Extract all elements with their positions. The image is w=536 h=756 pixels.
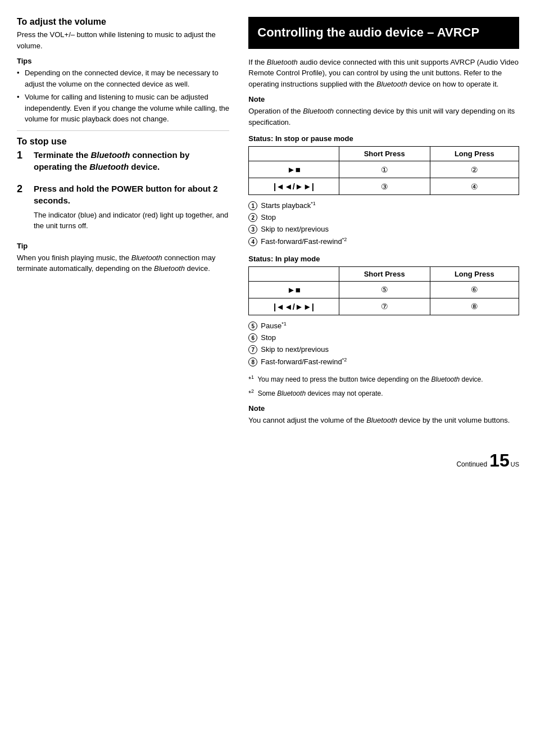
right-header: Controlling the audio device – AVRCP xyxy=(248,17,519,49)
icon-skip-2: |◄◄/►►| xyxy=(249,298,339,315)
circle-2: 2 xyxy=(248,213,257,222)
left-column: To adjust the volume Press the VOL+/– bu… xyxy=(17,17,243,429)
item-3-text: Skip to next/previous xyxy=(261,224,329,236)
list-item: 1Starts playback*1 xyxy=(248,200,519,212)
right-intro: If the Bluetooth audio device connected … xyxy=(248,57,519,90)
item-8-text: Fast-forward/Fast-rewind*2 xyxy=(261,356,347,368)
tip-body: When you finish playing music, the Bluet… xyxy=(17,252,229,274)
page-footer: Continued 15 US xyxy=(17,446,519,469)
footnote-1: *1 You may need to press the button twic… xyxy=(248,374,519,384)
table-row: |◄◄/►►| ⑦ ⑧ xyxy=(249,298,519,315)
table-row: ►■ ⑤ ⑥ xyxy=(249,281,519,298)
circle-1: 1 xyxy=(248,201,257,210)
tip-item-2: Volume for calling and listening to musi… xyxy=(17,92,229,125)
circle-5: 5 xyxy=(248,322,257,331)
step-1-number: 1 xyxy=(17,149,28,176)
col-icon-header-1 xyxy=(249,147,339,161)
col-icon-header-2 xyxy=(249,266,339,281)
cell-1-long: ② xyxy=(430,161,519,178)
cell-1-short: ① xyxy=(339,161,430,178)
icon-play-stop: ►■ xyxy=(249,161,339,178)
tips-label: Tips xyxy=(17,57,229,65)
col-long-press-header-2: Long Press xyxy=(430,266,519,281)
step-2-content: Press and hold the POWER button for abou… xyxy=(34,183,229,235)
icon-skip: |◄◄/►►| xyxy=(249,178,339,195)
list-item: 7Skip to next/previous xyxy=(248,344,519,356)
cell-2-long: ④ xyxy=(430,178,519,195)
table-row: ►■ ① ② xyxy=(249,161,519,178)
tip-item-1: Depending on the connected device, it ma… xyxy=(17,67,229,89)
item-5-text: Pause*1 xyxy=(261,320,286,332)
stop-pause-title: Status: In stop or pause mode xyxy=(248,134,519,143)
tips-list: Depending on the connected device, it ma… xyxy=(17,67,229,125)
adjust-volume-title: To adjust the volume xyxy=(17,17,229,27)
step-2-number: 2 xyxy=(17,183,28,235)
circle-3: 3 xyxy=(248,225,257,234)
circle-7: 7 xyxy=(248,345,257,354)
divider xyxy=(17,130,229,131)
icon-play-stop-2: ►■ xyxy=(249,281,339,298)
tip-label: Tip xyxy=(17,242,229,250)
table-row: |◄◄/►►| ③ ④ xyxy=(249,178,519,195)
cell-4-long: ⑧ xyxy=(430,298,519,315)
item-6-text: Stop xyxy=(261,332,276,344)
cell-2-short: ③ xyxy=(339,178,430,195)
item-2-text: Stop xyxy=(261,212,276,224)
item-7-text: Skip to next/previous xyxy=(261,344,329,356)
step-2: 2 Press and hold the POWER button for ab… xyxy=(17,183,229,235)
play-mode-title: Status: In play mode xyxy=(248,255,519,263)
steps-list: 1 Terminate the Bluetooth connection by … xyxy=(17,149,229,235)
stop-pause-items: 1Starts playback*1 2Stop 3Skip to next/p… xyxy=(248,200,519,248)
play-mode-table: Short Press Long Press ►■ ⑤ ⑥ |◄◄/►►| ⑦ … xyxy=(248,266,519,315)
continued-label: Continued xyxy=(456,460,487,468)
item-1-text: Starts playback*1 xyxy=(261,200,315,212)
col-long-press-header-1: Long Press xyxy=(430,147,519,161)
page-us: US xyxy=(511,461,519,468)
list-item: 2Stop xyxy=(248,212,519,224)
right-title: Controlling the audio device – AVRCP xyxy=(257,25,510,41)
step-2-detail: The indicator (blue) and indicator (red)… xyxy=(34,210,229,232)
footnote-2: *2 Some Bluetooth devices may not operat… xyxy=(248,388,519,399)
list-item: 6Stop xyxy=(248,332,519,344)
play-mode-items: 5Pause*1 6Stop 7Skip to next/previous 8F… xyxy=(248,320,519,368)
note-label-1: Note xyxy=(248,95,519,103)
step-1-content: Terminate the Bluetooth connection by op… xyxy=(34,149,229,176)
note-body-1: Operation of the Bluetooth connecting de… xyxy=(248,106,519,128)
list-item: 4Fast-forward/Fast-rewind*2 xyxy=(248,236,519,248)
col-short-press-header-1: Short Press xyxy=(339,147,430,161)
stop-pause-table: Short Press Long Press ►■ ① ② |◄◄/►►| ③ … xyxy=(248,146,519,195)
list-item: 8Fast-forward/Fast-rewind*2 xyxy=(248,356,519,368)
list-item: 5Pause*1 xyxy=(248,320,519,332)
adjust-volume-body: Press the VOL+/– button while listening … xyxy=(17,29,229,51)
right-column: Controlling the audio device – AVRCP If … xyxy=(243,17,519,429)
step-1-main: Terminate the Bluetooth connection by op… xyxy=(34,149,229,173)
circle-4: 4 xyxy=(248,237,257,246)
cell-3-long: ⑥ xyxy=(430,281,519,298)
item-4-text: Fast-forward/Fast-rewind*2 xyxy=(261,236,347,248)
page-layout: To adjust the volume Press the VOL+/– bu… xyxy=(17,17,519,429)
note-body-2: You cannot adjust the volume of the Blue… xyxy=(248,415,519,426)
circle-8: 8 xyxy=(248,357,257,366)
note-label-2: Note xyxy=(248,404,519,413)
step-1: 1 Terminate the Bluetooth connection by … xyxy=(17,149,229,176)
circle-6: 6 xyxy=(248,333,257,342)
step-2-main: Press and hold the POWER button for abou… xyxy=(34,183,229,206)
footnotes: *1 You may need to press the button twic… xyxy=(248,374,519,399)
col-short-press-header-2: Short Press xyxy=(339,266,430,281)
stop-use-title: To stop use xyxy=(17,137,229,147)
cell-3-short: ⑤ xyxy=(339,281,430,298)
page-number: 15 xyxy=(489,451,510,469)
cell-4-short: ⑦ xyxy=(339,298,430,315)
list-item: 3Skip to next/previous xyxy=(248,224,519,236)
